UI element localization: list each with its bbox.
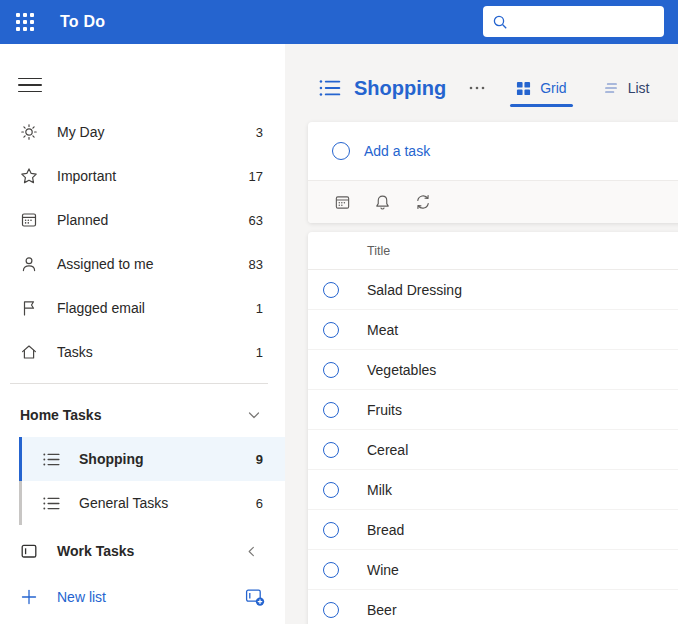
- task-title: Fruits: [367, 402, 402, 418]
- add-task-card: Add a task: [308, 122, 678, 223]
- page-title: Shopping: [354, 77, 446, 100]
- task-title: Bread: [367, 522, 404, 538]
- list-view-icon: [603, 80, 619, 96]
- task-row[interactable]: Meat: [308, 310, 678, 350]
- task-title: Wine: [367, 562, 399, 578]
- list-label: General Tasks: [79, 495, 168, 511]
- tasks-table: Title Salad Dressing Meat Vegetables Fru…: [308, 232, 678, 624]
- sidebar-item-important[interactable]: Important 17: [0, 154, 285, 198]
- task-title: Vegetables: [367, 362, 436, 378]
- sidebar-item-count: 1: [256, 301, 263, 316]
- add-task-label: Add a task: [364, 143, 430, 159]
- grid-view-icon: [516, 81, 531, 96]
- list-header: Shopping Grid: [318, 66, 649, 110]
- sun-icon: [20, 123, 40, 141]
- repeat-icon[interactable]: [412, 191, 434, 213]
- group-header-work-tasks[interactable]: Work Tasks: [0, 531, 285, 571]
- sidebar-item-count: 3: [256, 125, 263, 140]
- sidebar-item-label: Planned: [57, 212, 108, 228]
- star-icon: [20, 167, 40, 185]
- chevron-left-icon[interactable]: [244, 544, 259, 559]
- add-task-toolbar: [308, 180, 678, 223]
- complete-task-circle-icon[interactable]: [323, 402, 339, 418]
- complete-task-circle-icon[interactable]: [323, 442, 339, 458]
- new-list-label: New list: [57, 589, 106, 605]
- task-row[interactable]: Salad Dressing: [308, 270, 678, 310]
- chevron-down-icon[interactable]: [246, 407, 262, 423]
- task-row[interactable]: Beer: [308, 590, 678, 624]
- flag-icon: [20, 299, 40, 317]
- complete-task-circle-icon[interactable]: [323, 522, 339, 538]
- complete-task-circle-icon[interactable]: [323, 282, 339, 298]
- complete-task-circle-icon[interactable]: [323, 322, 339, 338]
- sidebar-item-count: 83: [249, 257, 263, 272]
- search-input[interactable]: [508, 6, 664, 37]
- more-options-icon[interactable]: [464, 75, 490, 101]
- sidebar-item-planned[interactable]: Planned 63: [0, 198, 285, 242]
- task-title: Beer: [367, 602, 397, 618]
- table-header: Title: [308, 232, 678, 270]
- calendar-icon: [20, 211, 40, 229]
- task-title: Milk: [367, 482, 392, 498]
- view-tabs: Grid List: [516, 80, 649, 96]
- person-icon: [20, 255, 40, 273]
- title-column-header: Title: [367, 244, 390, 258]
- due-date-calendar-icon[interactable]: [332, 192, 353, 213]
- sidebar-item-count: 17: [249, 169, 263, 184]
- sidebar-item-count: 1: [256, 345, 263, 360]
- list-label: Shopping: [79, 451, 144, 467]
- create-group-icon[interactable]: [245, 587, 265, 607]
- todo-list-icon: [42, 450, 62, 469]
- tab-grid[interactable]: Grid: [516, 80, 566, 96]
- list-count: 6: [256, 496, 263, 511]
- hamburger-menu-icon[interactable]: [18, 74, 42, 96]
- sidebar-smart-lists: My Day 3 Important 17: [0, 110, 285, 374]
- tab-list[interactable]: List: [603, 80, 650, 96]
- group-header-home-tasks[interactable]: Home Tasks: [0, 396, 285, 434]
- list-count: 9: [256, 452, 263, 467]
- sidebar-item-label: Flagged email: [57, 300, 145, 316]
- home-tasks-group-lists: Shopping 9 General Tasks 6: [0, 437, 285, 525]
- todo-list-icon: [318, 76, 342, 100]
- complete-task-circle-icon[interactable]: [323, 362, 339, 378]
- todo-list-icon: [42, 494, 62, 513]
- sidebar-item-label: Assigned to me: [57, 256, 154, 272]
- app-launcher-waffle-icon[interactable]: [12, 9, 38, 35]
- tab-list-label: List: [628, 80, 650, 96]
- search-icon: [492, 14, 508, 30]
- add-task-input-row[interactable]: Add a task: [308, 122, 678, 180]
- complete-task-circle-icon[interactable]: [323, 562, 339, 578]
- task-title: Meat: [367, 322, 398, 338]
- sidebar-item-label: Important: [57, 168, 116, 184]
- task-row[interactable]: Fruits: [308, 390, 678, 430]
- sidebar-divider: [10, 383, 268, 384]
- main-content: Shopping Grid: [285, 44, 678, 624]
- sidebar-item-flagged-email[interactable]: Flagged email 1: [0, 286, 285, 330]
- sidebar-item-assigned-to-me[interactable]: Assigned to me 83: [0, 242, 285, 286]
- sidebar-item-label: Tasks: [57, 344, 93, 360]
- tab-grid-label: Grid: [540, 80, 566, 96]
- sidebar-item-my-day[interactable]: My Day 3: [0, 110, 285, 154]
- group-label: Work Tasks: [57, 543, 134, 559]
- task-row[interactable]: Wine: [308, 550, 678, 590]
- group-label: Home Tasks: [20, 407, 101, 423]
- sidebar-list-shopping[interactable]: Shopping 9: [19, 437, 285, 481]
- search-box[interactable]: [483, 6, 664, 37]
- sidebar-list-general-tasks[interactable]: General Tasks 6: [19, 481, 285, 525]
- task-title: Cereal: [367, 442, 408, 458]
- sidebar-item-count: 63: [249, 213, 263, 228]
- task-row[interactable]: Milk: [308, 470, 678, 510]
- task-row[interactable]: Vegetables: [308, 350, 678, 390]
- add-task-circle-icon[interactable]: [332, 142, 350, 160]
- task-row[interactable]: Bread: [308, 510, 678, 550]
- group-panel-icon: [20, 542, 40, 560]
- app-title: To Do: [60, 13, 105, 31]
- plus-icon: [20, 588, 40, 606]
- complete-task-circle-icon[interactable]: [323, 482, 339, 498]
- reminder-bell-icon[interactable]: [372, 192, 393, 213]
- sidebar: My Day 3 Important 17: [0, 44, 285, 624]
- task-row[interactable]: Cereal: [308, 430, 678, 470]
- complete-task-circle-icon[interactable]: [323, 602, 339, 618]
- new-list-button[interactable]: New list: [0, 577, 285, 617]
- sidebar-item-tasks[interactable]: Tasks 1: [0, 330, 285, 374]
